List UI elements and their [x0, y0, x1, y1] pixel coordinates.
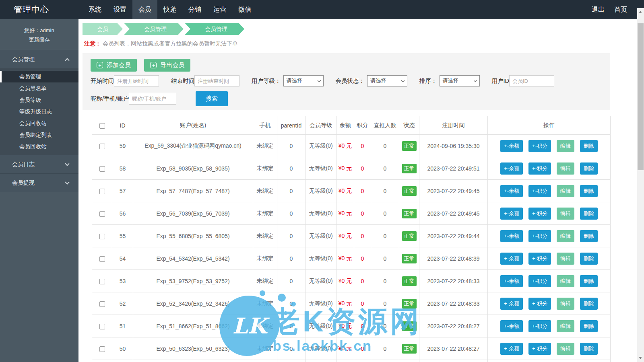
delete-button[interactable]: 删除 [580, 343, 598, 355]
sidebar-group-member-withdraw[interactable]: 会员提现 [0, 173, 78, 192]
adjust-balance-button[interactable]: +-余额 [500, 253, 523, 265]
scroll-down-icon[interactable] [639, 357, 642, 359]
cell-id: 52 [112, 292, 133, 315]
delete-button[interactable]: 删除 [580, 185, 598, 197]
nav-item-operation[interactable]: 运营 [207, 0, 232, 19]
table-row: 59 Exp_59_3304(企业猫源码网qymao.cn) 未绑定 0 无等级… [92, 135, 611, 157]
delete-button[interactable]: 删除 [580, 320, 598, 332]
search-button[interactable]: 搜索 [196, 91, 228, 106]
row-checkbox[interactable] [99, 189, 105, 194]
adjust-points-button[interactable]: +-积分 [528, 185, 551, 197]
nav-item-distribution[interactable]: 分销 [182, 0, 207, 19]
breadcrumb-member-manage-page[interactable]: 会员管理 [185, 23, 244, 35]
delete-button[interactable]: 删除 [580, 298, 598, 310]
adjust-balance-button[interactable]: +-余额 [500, 320, 523, 332]
adjust-points-button[interactable]: +-积分 [528, 140, 551, 152]
nav-item-system[interactable]: 系统 [83, 0, 107, 19]
edit-button[interactable]: 编辑 [557, 162, 574, 175]
edit-button[interactable]: 编辑 [557, 253, 574, 265]
sidebar-item-member-recycle-2[interactable]: 会员回收站 [0, 141, 78, 152]
row-checkbox[interactable] [99, 256, 105, 262]
edit-button[interactable]: 编辑 [557, 275, 574, 287]
delete-button[interactable]: 删除 [580, 140, 598, 152]
sidebar-group-member-manage[interactable]: 会员管理 [0, 50, 78, 68]
sort-select[interactable]: 请选择 [440, 75, 480, 86]
adjust-balance-button[interactable]: +-余额 [500, 208, 523, 220]
nav-item-member[interactable]: 会员 [132, 0, 157, 19]
edit-button[interactable]: 编辑 [557, 298, 574, 310]
scroll-up-icon[interactable] [639, 11, 642, 13]
end-time-input[interactable] [194, 75, 239, 86]
sidebar-item-member-manage[interactable]: 会员管理 [0, 71, 78, 82]
adjust-balance-button[interactable]: +-余额 [500, 230, 523, 242]
row-checkbox[interactable] [99, 234, 105, 239]
adjust-points-button[interactable]: +-积分 [528, 162, 551, 175]
adjust-points-button[interactable]: +-积分 [528, 275, 551, 287]
edit-button[interactable]: 编辑 [557, 343, 574, 355]
row-checkbox[interactable] [99, 324, 105, 329]
user-id-input[interactable] [509, 75, 554, 86]
sidebar-item-member-recycle[interactable]: 会员回收站 [0, 117, 78, 129]
logout-link[interactable]: 退出 [587, 0, 609, 19]
adjust-balance-button[interactable]: +-余额 [500, 140, 523, 152]
start-time-input[interactable] [114, 75, 159, 86]
edit-button[interactable]: 编辑 [557, 320, 574, 332]
edit-button[interactable]: 编辑 [557, 208, 574, 220]
cell-actions: +-余额 +-积分 编辑 删除 [488, 157, 611, 180]
delete-button[interactable]: 删除 [580, 208, 598, 220]
row-checkbox[interactable] [99, 279, 105, 284]
adjust-points-button[interactable]: +-积分 [528, 320, 551, 332]
adjust-points-button[interactable]: +-积分 [528, 230, 551, 242]
edit-button[interactable]: 编辑 [557, 140, 574, 152]
adjust-points-button[interactable]: +-积分 [528, 253, 551, 265]
refresh-cache-link[interactable]: 更新缓存 [0, 35, 78, 44]
adjust-points-button[interactable]: +-积分 [528, 298, 551, 310]
row-checkbox[interactable] [99, 211, 105, 217]
adjust-balance-button[interactable]: +-余额 [500, 275, 523, 287]
adjust-balance-button[interactable]: +-余额 [500, 162, 523, 175]
cell-parent-id: 0 [277, 315, 305, 337]
delete-button[interactable]: 删除 [580, 230, 598, 242]
cell-level: 无等级(0) [305, 180, 336, 202]
sidebar-item-member-level[interactable]: 会员等级 [0, 94, 78, 106]
edit-button[interactable]: 编辑 [557, 230, 574, 242]
vertical-scrollbar[interactable] [637, 8, 644, 362]
adjust-points-button[interactable]: +-积分 [528, 208, 551, 220]
sidebar-group-member-log[interactable]: 会员日志 [0, 155, 78, 173]
user-box: 您好：admin 更新缓存 [0, 19, 78, 50]
nav-item-express[interactable]: 快递 [157, 0, 182, 19]
select-all-checkbox[interactable] [99, 123, 105, 129]
cell-account: Exp_51_8662(Exp_51_8662) [133, 315, 253, 337]
delete-button[interactable]: 删除 [580, 253, 598, 265]
scrollbar-thumb[interactable] [638, 23, 644, 170]
adjust-balance-button[interactable]: +-余额 [500, 343, 523, 355]
status-badge: 正常 [402, 254, 417, 263]
keyword-input[interactable] [129, 93, 176, 105]
user-level-select[interactable]: 请选择 [283, 75, 324, 86]
breadcrumb-member-manage[interactable]: 会员管理 [124, 23, 184, 35]
delete-button[interactable]: 删除 [580, 275, 598, 287]
row-checkbox[interactable] [99, 301, 105, 307]
home-link[interactable]: 首页 [609, 0, 632, 19]
member-status-select[interactable]: 请选择 [367, 75, 407, 86]
breadcrumb-member[interactable]: 会员 [83, 23, 123, 35]
sidebar-item-member-bind-list[interactable]: 会员绑定列表 [0, 129, 78, 141]
nav-item-settings[interactable]: 设置 [107, 0, 132, 19]
row-checkbox[interactable] [99, 166, 105, 172]
sidebar-item-level-upgrade-log[interactable]: 等级升级日志 [0, 106, 78, 117]
delete-button[interactable]: 删除 [580, 162, 598, 175]
nav-item-wechat[interactable]: 微信 [232, 0, 257, 19]
adjust-balance-button[interactable]: +-余额 [500, 298, 523, 310]
row-checkbox[interactable] [99, 346, 105, 352]
greeting-text: 您好：admin [0, 26, 78, 35]
adjust-balance-button[interactable]: +-余额 [500, 185, 523, 197]
adjust-points-button[interactable]: +-积分 [528, 343, 551, 355]
cell-account: Exp_58_9035(Exp_58_9035) [133, 157, 253, 180]
add-member-button[interactable]: + 添加会员 [91, 59, 137, 72]
export-member-button[interactable]: + 导出会员 [144, 59, 190, 72]
sidebar-item-member-blacklist[interactable]: 会员黑名单 [0, 82, 78, 94]
cell-referrals: 0 [371, 247, 399, 270]
app-title: 管理中心 [0, 0, 78, 19]
row-checkbox[interactable] [99, 144, 105, 149]
edit-button[interactable]: 编辑 [557, 185, 574, 197]
